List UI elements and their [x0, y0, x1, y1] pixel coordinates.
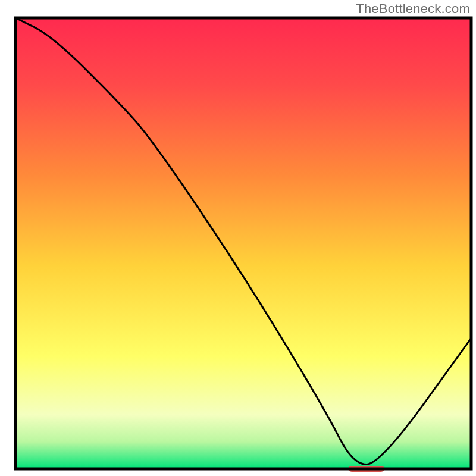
- plot-background: [15, 18, 471, 469]
- bottleneck-chart: [0, 0, 476, 476]
- watermark-text: TheBottleneck.com: [356, 1, 470, 17]
- chart-container: TheBottleneck.com: [0, 0, 476, 476]
